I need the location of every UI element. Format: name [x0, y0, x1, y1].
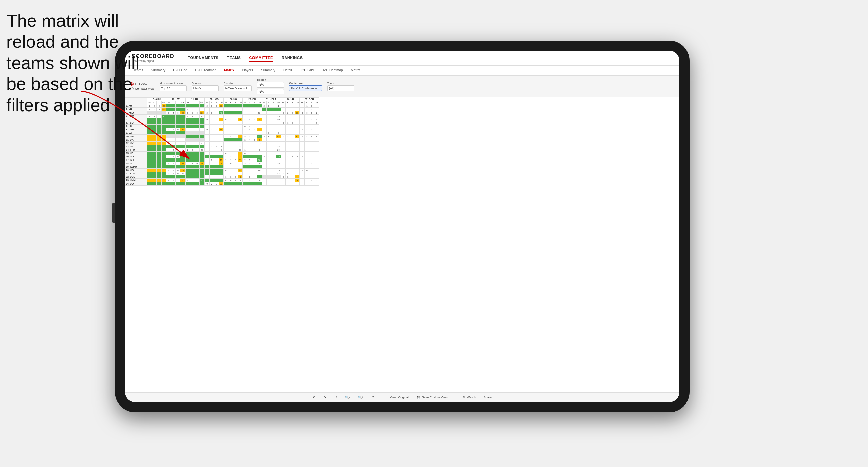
- matrix-cell: 0: [271, 135, 276, 138]
- watch-button[interactable]: 👁 Watch: [461, 395, 478, 400]
- matrix-cell: 1: [247, 128, 252, 131]
- matrix-cell: 11: [257, 128, 262, 131]
- nav-item-teams[interactable]: TEAMS: [227, 54, 241, 62]
- matrix-cell: 0: [176, 128, 180, 131]
- matrix-cell: [147, 125, 152, 128]
- matrix-cell: [228, 142, 233, 145]
- matrix-cell: 0: [290, 169, 295, 172]
- matrix-cell: [171, 182, 176, 186]
- matrix-cell: [262, 128, 266, 131]
- matrix-cell: 0: [190, 108, 195, 111]
- matrix-cell: [204, 175, 209, 179]
- matrix-cell: 0: [243, 152, 247, 155]
- matrix-cell: [190, 169, 195, 172]
- undo-button[interactable]: ↶: [311, 395, 317, 400]
- matrix-cell: [166, 148, 171, 152]
- matrix-cell: [147, 152, 152, 155]
- matrix-cell: 2: [228, 155, 233, 158]
- sub-nav-h2h-grid1[interactable]: H2H Grid: [172, 66, 189, 75]
- sub-nav-summary2[interactable]: Summary: [260, 66, 277, 75]
- matrix-cell: 1: [224, 162, 228, 165]
- matrix-cell: 0: [295, 155, 300, 158]
- matrix-cell: 0: [157, 108, 162, 111]
- sub-nav-h2h-grid2[interactable]: H2H Grid: [298, 66, 315, 75]
- matrix-cell: 0: [166, 172, 171, 175]
- matrix-cell: 1: [266, 131, 271, 135]
- max-teams-select[interactable]: Top 25: [160, 85, 187, 91]
- matrix-cell: [281, 155, 286, 158]
- matrix-cell: [286, 182, 290, 186]
- matrix-cell: [314, 169, 319, 172]
- sub-nav-players[interactable]: Players: [241, 66, 255, 75]
- matrix-cell: [252, 152, 257, 155]
- sub-nav-h2h-heatmap1[interactable]: H2H Heatmap: [194, 66, 218, 75]
- matrix-cell: [290, 131, 295, 135]
- matrix-cell: [180, 158, 185, 162]
- sub-nav-detail[interactable]: Detail: [282, 66, 293, 75]
- matrix-cell: 80: [180, 111, 185, 115]
- matrix-cell: 52: [257, 111, 262, 115]
- matrix-cell: [276, 152, 281, 155]
- matrix-cell: [290, 175, 295, 179]
- matrix-cell: [305, 155, 309, 158]
- matrix-cell: 1: [314, 111, 319, 115]
- refresh-button[interactable]: ↺: [332, 395, 339, 400]
- matrix-cell: [190, 131, 195, 135]
- division-select[interactable]: NCAA Division I: [224, 85, 252, 91]
- nav-item-committee[interactable]: COMMITTEE: [249, 54, 273, 62]
- matrix-cell: 1: [309, 111, 314, 115]
- matrix-cell: [262, 142, 266, 145]
- matrix-cell: [314, 142, 319, 145]
- matrix-cell: 2: [171, 148, 176, 152]
- matrix-cell: [162, 175, 166, 179]
- clock-button[interactable]: ⏱: [369, 395, 377, 400]
- matrix-cell: [162, 162, 166, 165]
- matrix-cell: [176, 108, 180, 111]
- row-header-cell: 15. UF: [125, 152, 147, 155]
- matrix-cell: [204, 155, 209, 158]
- matrix-cell: [180, 115, 185, 118]
- matrix-cell: -12: [162, 108, 166, 111]
- region-select[interactable]: N/A: [257, 82, 284, 88]
- matrix-cell: [271, 169, 276, 172]
- gender-select[interactable]: Men's: [192, 85, 219, 91]
- sub-nav-h2h-heatmap2[interactable]: H2H Heatmap: [320, 66, 344, 75]
- team-select[interactable]: (All): [327, 85, 354, 91]
- matrix-cell: [233, 131, 238, 135]
- zoom-out-button[interactable]: 🔍-: [343, 395, 352, 400]
- matrix-cell: [271, 111, 276, 115]
- sub-nav-matrix1[interactable]: Matrix: [223, 66, 235, 75]
- matrix-cell: 2: [314, 121, 319, 125]
- zoom-in-button[interactable]: 🔍+: [356, 395, 365, 400]
- sub-nav-matrix2[interactable]: Matrix: [349, 66, 361, 75]
- view-original-button[interactable]: View: Original: [388, 395, 410, 400]
- matrix-cell: 1: [180, 148, 185, 152]
- matrix-cell: [209, 135, 214, 138]
- wlt-d8: Dif: [295, 101, 300, 104]
- matrix-cell: [214, 121, 219, 125]
- matrix-cell: [176, 138, 180, 142]
- matrix-cell: [233, 121, 238, 125]
- matrix-cell: 1: [190, 115, 195, 118]
- conference-select[interactable]: Pac-12 Conference: [289, 85, 322, 91]
- matrix-cell: [290, 179, 295, 182]
- table-row: 11. UA3400: [125, 138, 319, 142]
- save-custom-button[interactable]: 💾 Save Custom View: [415, 395, 450, 400]
- matrix-cell: 40: [276, 118, 281, 121]
- nav-item-rankings[interactable]: RANKINGS: [282, 54, 303, 62]
- matrix-cell: [180, 125, 185, 128]
- nav-item-tournaments[interactable]: TOURNAMENTS: [188, 54, 219, 62]
- sub-nav-summary1[interactable]: Summary: [149, 66, 167, 75]
- matrix-cell: 9: [180, 172, 185, 175]
- matrix-area[interactable]: 3. ASU 10. UW 11. UA 22. UCB 24. UO 27. …: [125, 97, 679, 392]
- col-header-ua: 11. UA: [185, 98, 204, 101]
- matrix-cell: 3: [286, 175, 290, 179]
- matrix-cell: 0: [166, 128, 171, 131]
- matrix-cell: [305, 172, 309, 175]
- row-header-cell: 13. UT: [125, 145, 147, 148]
- share-button[interactable]: Share: [482, 395, 494, 400]
- region-select-2[interactable]: N/A: [257, 89, 284, 94]
- matrix-cell: [171, 138, 176, 142]
- row-header-cell: 24. UO: [125, 182, 147, 186]
- redo-button[interactable]: ↷: [321, 395, 328, 400]
